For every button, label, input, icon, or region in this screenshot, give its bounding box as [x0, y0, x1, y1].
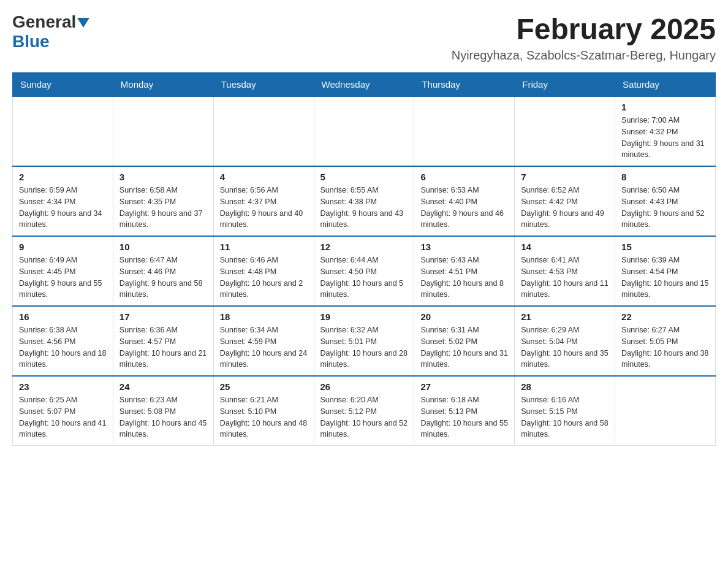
calendar-day-cell: 13Sunrise: 6:43 AMSunset: 4:51 PMDayligh… — [414, 236, 515, 306]
calendar-week-row: 1Sunrise: 7:00 AMSunset: 4:32 PMDaylight… — [13, 96, 716, 166]
day-info: Sunrise: 6:38 AMSunset: 4:56 PMDaylight:… — [19, 324, 107, 370]
day-number: 1 — [621, 102, 709, 112]
day-number: 24 — [119, 381, 207, 392]
day-info: Sunrise: 6:55 AMSunset: 4:38 PMDaylight:… — [320, 185, 408, 231]
day-info: Sunrise: 6:52 AMSunset: 4:42 PMDaylight:… — [521, 185, 609, 231]
day-info: Sunrise: 6:31 AMSunset: 5:02 PMDaylight:… — [420, 324, 508, 370]
logo-general: General — [12, 12, 89, 32]
day-of-week-header: Tuesday — [213, 73, 314, 97]
day-info: Sunrise: 6:23 AMSunset: 5:08 PMDaylight:… — [119, 394, 207, 440]
day-info: Sunrise: 6:53 AMSunset: 4:40 PMDaylight:… — [420, 185, 508, 231]
calendar-day-cell: 18Sunrise: 6:34 AMSunset: 4:59 PMDayligh… — [213, 306, 314, 376]
day-number: 7 — [521, 172, 609, 182]
logo-general-text: General — [12, 12, 76, 32]
day-number: 10 — [119, 242, 207, 252]
day-info: Sunrise: 6:27 AMSunset: 5:05 PMDaylight:… — [621, 324, 709, 370]
day-number: 27 — [420, 381, 508, 392]
calendar-day-cell: 24Sunrise: 6:23 AMSunset: 5:08 PMDayligh… — [113, 376, 213, 446]
day-info: Sunrise: 6:29 AMSunset: 5:04 PMDaylight:… — [521, 324, 609, 370]
day-info: Sunrise: 6:56 AMSunset: 4:37 PMDaylight:… — [220, 185, 308, 231]
calendar-day-cell: 26Sunrise: 6:20 AMSunset: 5:12 PMDayligh… — [314, 376, 414, 446]
logo-triangle-icon — [77, 18, 89, 28]
day-number: 16 — [19, 312, 107, 322]
day-info: Sunrise: 6:39 AMSunset: 4:54 PMDaylight:… — [621, 255, 709, 301]
day-number: 18 — [220, 312, 308, 322]
calendar-day-cell — [314, 96, 414, 166]
day-info: Sunrise: 7:00 AMSunset: 4:32 PMDaylight:… — [621, 115, 709, 161]
day-number: 5 — [320, 172, 408, 182]
calendar-day-cell: 15Sunrise: 6:39 AMSunset: 4:54 PMDayligh… — [615, 236, 716, 306]
calendar-day-cell: 21Sunrise: 6:29 AMSunset: 5:04 PMDayligh… — [515, 306, 615, 376]
logo: General Blue — [12, 12, 89, 52]
day-info: Sunrise: 6:49 AMSunset: 4:45 PMDaylight:… — [19, 255, 107, 301]
month-year-title: February 2025 — [452, 12, 716, 46]
calendar-day-cell: 19Sunrise: 6:32 AMSunset: 5:01 PMDayligh… — [314, 306, 414, 376]
calendar-day-cell: 5Sunrise: 6:55 AMSunset: 4:38 PMDaylight… — [314, 166, 414, 236]
day-number: 28 — [521, 381, 609, 392]
day-number: 13 — [420, 242, 508, 252]
calendar-day-cell: 27Sunrise: 6:18 AMSunset: 5:13 PMDayligh… — [414, 376, 515, 446]
day-of-week-header: Sunday — [13, 73, 113, 97]
calendar-day-cell — [213, 96, 314, 166]
day-info: Sunrise: 6:47 AMSunset: 4:46 PMDaylight:… — [119, 255, 207, 301]
day-number: 9 — [19, 242, 107, 252]
calendar-day-cell: 23Sunrise: 6:25 AMSunset: 5:07 PMDayligh… — [13, 376, 113, 446]
day-number: 22 — [621, 312, 709, 322]
day-info: Sunrise: 6:32 AMSunset: 5:01 PMDaylight:… — [320, 324, 408, 370]
calendar-day-cell: 1Sunrise: 7:00 AMSunset: 4:32 PMDaylight… — [615, 96, 716, 166]
calendar-day-cell: 10Sunrise: 6:47 AMSunset: 4:46 PMDayligh… — [113, 236, 213, 306]
day-info: Sunrise: 6:43 AMSunset: 4:51 PMDaylight:… — [420, 255, 508, 301]
day-number: 26 — [320, 381, 408, 392]
day-of-week-header: Thursday — [414, 73, 515, 97]
day-info: Sunrise: 6:44 AMSunset: 4:50 PMDaylight:… — [320, 255, 408, 301]
day-number: 20 — [420, 312, 508, 322]
calendar-table: SundayMondayTuesdayWednesdayThursdayFrid… — [12, 72, 716, 446]
calendar-day-cell — [13, 96, 113, 166]
calendar-day-cell: 28Sunrise: 6:16 AMSunset: 5:15 PMDayligh… — [515, 376, 615, 446]
day-number: 21 — [521, 312, 609, 322]
day-number: 12 — [320, 242, 408, 252]
calendar-day-cell: 11Sunrise: 6:46 AMSunset: 4:48 PMDayligh… — [213, 236, 314, 306]
calendar-week-row: 23Sunrise: 6:25 AMSunset: 5:07 PMDayligh… — [13, 376, 716, 446]
calendar-week-row: 16Sunrise: 6:38 AMSunset: 4:56 PMDayligh… — [13, 306, 716, 376]
calendar-day-cell — [414, 96, 515, 166]
day-info: Sunrise: 6:20 AMSunset: 5:12 PMDaylight:… — [320, 394, 408, 440]
calendar-day-cell: 22Sunrise: 6:27 AMSunset: 5:05 PMDayligh… — [615, 306, 716, 376]
day-info: Sunrise: 6:18 AMSunset: 5:13 PMDaylight:… — [420, 394, 508, 440]
day-info: Sunrise: 6:34 AMSunset: 4:59 PMDaylight:… — [220, 324, 308, 370]
day-info: Sunrise: 6:59 AMSunset: 4:34 PMDaylight:… — [19, 185, 107, 231]
day-number: 3 — [119, 172, 207, 182]
calendar-week-row: 2Sunrise: 6:59 AMSunset: 4:34 PMDaylight… — [13, 166, 716, 236]
day-number: 6 — [420, 172, 508, 182]
calendar-day-cell: 4Sunrise: 6:56 AMSunset: 4:37 PMDaylight… — [213, 166, 314, 236]
page-header: General Blue February 2025 Nyiregyhaza, … — [12, 12, 716, 63]
calendar-day-cell: 14Sunrise: 6:41 AMSunset: 4:53 PMDayligh… — [515, 236, 615, 306]
day-number: 15 — [621, 242, 709, 252]
day-info: Sunrise: 6:21 AMSunset: 5:10 PMDaylight:… — [220, 394, 308, 440]
day-info: Sunrise: 6:36 AMSunset: 4:57 PMDaylight:… — [119, 324, 207, 370]
day-of-week-header: Friday — [515, 73, 615, 97]
day-number: 19 — [320, 312, 408, 322]
calendar-day-cell — [615, 376, 716, 446]
calendar-day-cell: 3Sunrise: 6:58 AMSunset: 4:35 PMDaylight… — [113, 166, 213, 236]
day-number: 23 — [19, 381, 107, 392]
day-info: Sunrise: 6:58 AMSunset: 4:35 PMDaylight:… — [119, 185, 207, 231]
day-info: Sunrise: 6:41 AMSunset: 4:53 PMDaylight:… — [521, 255, 609, 301]
calendar-week-row: 9Sunrise: 6:49 AMSunset: 4:45 PMDaylight… — [13, 236, 716, 306]
calendar-day-cell: 17Sunrise: 6:36 AMSunset: 4:57 PMDayligh… — [113, 306, 213, 376]
day-info: Sunrise: 6:16 AMSunset: 5:15 PMDaylight:… — [521, 394, 609, 440]
day-info: Sunrise: 6:46 AMSunset: 4:48 PMDaylight:… — [220, 255, 308, 301]
day-number: 17 — [119, 312, 207, 322]
calendar-day-cell: 7Sunrise: 6:52 AMSunset: 4:42 PMDaylight… — [515, 166, 615, 236]
day-of-week-header: Wednesday — [314, 73, 414, 97]
title-section: February 2025 Nyiregyhaza, Szabolcs-Szat… — [452, 12, 716, 63]
calendar-day-cell: 12Sunrise: 6:44 AMSunset: 4:50 PMDayligh… — [314, 236, 414, 306]
calendar-day-cell: 16Sunrise: 6:38 AMSunset: 4:56 PMDayligh… — [13, 306, 113, 376]
calendar-day-cell: 2Sunrise: 6:59 AMSunset: 4:34 PMDaylight… — [13, 166, 113, 236]
calendar-day-cell — [113, 96, 213, 166]
calendar-day-cell: 6Sunrise: 6:53 AMSunset: 4:40 PMDaylight… — [414, 166, 515, 236]
day-of-week-header: Saturday — [615, 73, 716, 97]
day-of-week-header: Monday — [113, 73, 213, 97]
calendar-day-cell: 25Sunrise: 6:21 AMSunset: 5:10 PMDayligh… — [213, 376, 314, 446]
day-number: 4 — [220, 172, 308, 182]
